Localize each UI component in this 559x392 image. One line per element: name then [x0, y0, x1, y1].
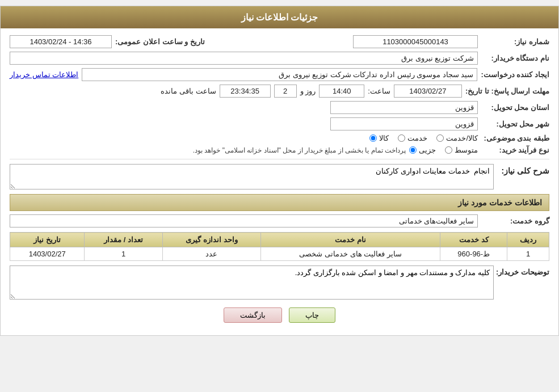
need-number-row: شماره نیاز: 1103000045000143 تاریخ و ساع…	[10, 35, 549, 48]
buyer-org-value: شرکت توزیع نیروی برق	[10, 52, 478, 65]
table-cell-name: سایر فعالیت های خدماتی شخصی	[261, 247, 440, 261]
purchase-middle-label: متوسط	[455, 146, 478, 154]
col-index: ردیف	[507, 233, 549, 247]
button-row: چاپ بازگشت	[10, 307, 549, 323]
category-kala-label: کالا	[379, 134, 389, 142]
need-number-value: 1103000045000143	[353, 35, 478, 48]
need-description-textarea[interactable]	[10, 164, 494, 189]
requester-value: سید سجاد موسوی رئیس اداره تدارکات شرکت ت…	[82, 68, 477, 81]
table-cell-index: 1	[507, 247, 549, 261]
print-button[interactable]: چاپ	[289, 307, 335, 323]
remaining-label: ساعت باقی مانده	[161, 87, 216, 95]
buyer-org-row: نام دستگاه خریدار: شرکت توزیع نیروی برق	[10, 52, 549, 65]
table-cell-code: ط-96-960	[440, 247, 507, 261]
services-table-container: ردیف کد خدمت نام خدمت واحد اندازه گیری ت…	[10, 232, 549, 261]
divider-1	[10, 159, 549, 159]
services-title: اطلاعات خدمات مورد نیاز	[458, 198, 542, 207]
col-date: تاریخ نیاز	[10, 233, 85, 247]
category-kala-khidmat: کالا/خدمت	[436, 134, 478, 142]
category-khidmat: خدمت	[398, 134, 427, 142]
col-quantity: تعداد / مقدار	[85, 233, 162, 247]
page-title: جزئیات اطلاعات نیاز	[241, 12, 318, 22]
delivery-city-row: شهر محل تحویل: قزوین	[10, 117, 549, 130]
response-deadline-label: مهلت ارسال پاسخ: تا تاریخ:	[465, 87, 549, 95]
need-description-row: شرح کلی نیاز:	[10, 164, 549, 189]
requester-label: ایجاد کننده درخواست:	[481, 70, 549, 79]
purchase-radio-group: متوسط جزیی	[409, 146, 478, 154]
purchase-type-partial: جزیی	[409, 146, 436, 154]
col-unit: واحد اندازه گیری	[162, 233, 260, 247]
category-row: طبقه بندی موضوعی: کالا/خدمت خدمت کالا	[10, 134, 549, 142]
category-radio-khidmat[interactable]	[398, 134, 405, 142]
buyer-org-label: نام دستگاه خریدار:	[481, 54, 549, 62]
buyer-desc-textarea[interactable]	[10, 265, 494, 300]
category-kala: کالا	[369, 134, 389, 142]
purchase-type-row: نوع فرآیند خرید: متوسط جزیی پرداخت تمام …	[10, 146, 549, 154]
buyer-desc-label: توضیحات خریدار:	[498, 265, 549, 276]
category-label: طبقه بندی موضوعی:	[481, 134, 549, 142]
delivery-city-label: شهر محل تحویل:	[481, 120, 549, 128]
service-group-label: گروه خدمت:	[481, 217, 549, 225]
announcement-date-label: تاریخ و ساعت اعلان عمومی:	[115, 37, 205, 46]
page-header: جزئیات اطلاعات نیاز	[1, 6, 558, 28]
response-deadline-row: مهلت ارسال پاسخ: تا تاریخ: 1403/02/27 سا…	[10, 85, 549, 98]
delivery-city-value: قزوین	[330, 117, 478, 130]
response-time-label: ساعت:	[368, 87, 390, 95]
delivery-province-row: استان محل تحویل: قزوین	[10, 101, 549, 114]
purchase-partial-label: جزیی	[419, 146, 436, 154]
table-cell-date: 1403/02/27	[10, 247, 85, 261]
delivery-province-label: استان محل تحویل:	[481, 103, 549, 112]
table-cell-unit: عدد	[162, 247, 260, 261]
service-group-value: سایر فعالیت‌های خدماتی	[10, 214, 478, 227]
category-radio-kala[interactable]	[369, 134, 377, 142]
table-header-row: ردیف کد خدمت نام خدمت واحد اندازه گیری ت…	[10, 233, 549, 247]
purchase-type-label: نوع فرآیند خرید:	[481, 146, 549, 154]
requester-row: ایجاد کننده درخواست: سید سجاد موسوی رئیس…	[10, 68, 549, 81]
need-number-label: شماره نیاز:	[481, 37, 549, 46]
buyer-desc-row: توضیحات خریدار:	[10, 265, 549, 300]
services-section-header: اطلاعات خدمات مورد نیاز	[10, 194, 549, 211]
purchase-type-middle: متوسط	[445, 146, 478, 154]
main-content: شماره نیاز: 1103000045000143 تاریخ و ساع…	[1, 28, 558, 335]
remaining-time: 23:34:35	[220, 85, 271, 98]
response-time: 14:40	[319, 85, 364, 98]
services-table: ردیف کد خدمت نام خدمت واحد اندازه گیری ت…	[10, 232, 549, 261]
days-label: روز و	[300, 87, 316, 95]
col-code: کد خدمت	[440, 233, 507, 247]
table-row: 1ط-96-960سایر فعالیت های خدماتی شخصیعدد1…	[10, 247, 549, 261]
page-container: جزئیات اطلاعات نیاز شماره نیاز: 11030000…	[0, 6, 559, 336]
delivery-province-value: قزوین	[330, 101, 478, 114]
purchase-radio-middle[interactable]	[445, 146, 452, 154]
col-name: نام خدمت	[261, 233, 440, 247]
category-kala-khidmat-label: کالا/خدمت	[446, 134, 478, 142]
back-button[interactable]: بازگشت	[224, 307, 282, 323]
purchase-radio-partial[interactable]	[409, 146, 417, 154]
days-value: 2	[274, 85, 297, 98]
need-description-label: شرح کلی نیاز:	[498, 164, 549, 175]
announcement-date-value: 1403/02/24 - 14:36	[10, 35, 112, 48]
purchase-note: پرداخت تمام یا بخشی از مبلغ خریدار از مح…	[10, 146, 406, 154]
contact-info-link[interactable]: اطلاعات تماس خریدار	[10, 70, 78, 79]
category-radio-kala-khidmat[interactable]	[436, 134, 444, 142]
service-group-row: گروه خدمت: سایر فعالیت‌های خدماتی	[10, 214, 549, 227]
table-cell-quantity: 1	[85, 247, 162, 261]
category-radio-group: کالا/خدمت خدمت کالا	[369, 134, 478, 142]
response-date: 1403/02/27	[394, 85, 462, 98]
category-khidmat-label: خدمت	[407, 134, 427, 142]
